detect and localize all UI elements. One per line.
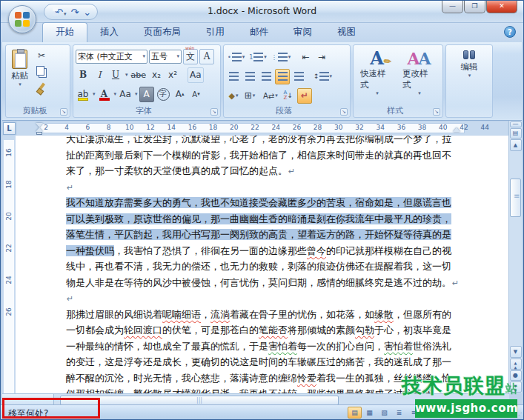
text-line[interactable]: 线中，再也看不清，我无力的偿还，也无力的救赎，剥落的痕迹仿佛还在提醒着我，这一切 (66, 259, 471, 275)
font-size-combo[interactable]: 五号▾ (149, 50, 182, 64)
body-text[interactable]: 呢喃细语 (162, 309, 201, 320)
text-line[interactable]: 来了，那一寸柔软的天堂便也真的成了回忆的起点。↵ (66, 163, 471, 179)
body-text[interactable]: 醉不醒的沉沦，时光无情，我心慈悲，落满诗意的缠绵 (66, 373, 297, 384)
body-text[interactable]: 害怕着 (268, 341, 297, 352)
selected-text[interactable]: 我不知道放弃需要多大的勇气，我也不知道接受会藏匿多少的苦衷，宿命如是，但愿谎言也 (66, 197, 451, 208)
body-text[interactable]: 害怕着 (384, 341, 413, 352)
character-shading-button[interactable]: A (139, 87, 154, 102)
redo-button[interactable]: ↷ (70, 7, 79, 17)
body-text[interactable]: 大让凄凉滋生，让发尘封，沉默凝望，心老了，老的没有余力再去把你编制成一个梦了，拉 (66, 136, 451, 144)
tab-r2[interactable]: 页面布局 (131, 23, 193, 42)
distribute-button[interactable] (291, 69, 306, 84)
minimize-button[interactable]: — (442, 1, 463, 13)
shrink-font-button[interactable]: A▾ (189, 87, 204, 102)
paragraph-dialog-launcher[interactable]: ↘ (340, 108, 348, 116)
selected-text[interactable]: 一种蛰伏吗 (66, 245, 114, 256)
superscript-button[interactable]: x² (165, 67, 180, 83)
body-text[interactable]: 似那相扣痴缠，繁华散尽才懂韶华易逝，我再也不计较，那些如果最终都成了过往云烟 (66, 388, 432, 393)
body-text[interactable]: 一种最纯的情怀，却也成全了最真的慌乱，于是 (66, 341, 268, 352)
justify-button[interactable] (275, 69, 290, 84)
align-center-button[interactable] (242, 69, 257, 84)
ruler-toggle-button[interactable]: ▤ (510, 128, 522, 139)
cut-button[interactable]: ✂ (34, 47, 49, 63)
office-button[interactable] (8, 5, 36, 33)
help-button[interactable]: ? (504, 26, 516, 38)
tab-home[interactable]: 开始 (42, 22, 87, 42)
text-line[interactable]: 一切都会成为轮回渡口的伏笔，可是那苍白的笔能否将那倾城的素颜勾勒于心，初衷毕竟是 (66, 322, 471, 339)
vertical-ruler[interactable]: 161820222426 (2, 136, 16, 393)
styles-dialog-launcher[interactable]: ↘ (433, 108, 440, 116)
body-text[interactable]: 轮回渡口 (124, 324, 162, 336)
body-text[interactable]: 笔能否 (259, 324, 288, 336)
change-styles-button[interactable]: AA 更改样式 ▾ (398, 47, 440, 98)
body-text[interactable]: 一切都会成为 (66, 324, 124, 336)
body-text[interactable]: 将那倾城的素颜 (288, 324, 355, 336)
vertical-scrollbar[interactable]: — ▤ ▲ ▼ ▲▲ ● ▼▼ (508, 121, 522, 393)
text-line[interactable]: 大让凄凉滋生，让发尘封，沉默凝望，心老了，老的没有余力再去把你编制成一个梦了，拉 (66, 136, 471, 147)
phonetic-guide-button[interactable]: wén文 (183, 49, 198, 64)
clipboard-dialog-launcher[interactable]: ↘ (60, 108, 67, 116)
qat-customize-button[interactable]: ⌄ (83, 7, 91, 17)
underline-button[interactable]: U (108, 67, 123, 83)
asian-layout-button[interactable]: A⇄▾ (262, 88, 279, 104)
body-text[interactable]: 的印记就那样模糊在自己的视 (326, 245, 451, 256)
text-line[interactable]: 一种最纯的情怀，却也成全了最真的慌乱，于是害怕着每一次的扪心自问，害怕着世俗洗礼 (66, 339, 471, 355)
body-text[interactable]: 来了，那一寸柔软的天堂便也真的成了回忆的起点。 (66, 165, 288, 176)
editing-button[interactable]: 编辑 ▾ (448, 47, 490, 80)
character-border-button[interactable]: A (199, 49, 214, 64)
document-page[interactable]: 161820222426 大让凄凉滋生，让发尘封，沉默凝望，心老了，老的没有余力… (2, 136, 509, 393)
line-spacing-button[interactable]: ↕▾ (312, 69, 334, 84)
enclose-characters-button[interactable]: 字 (156, 87, 171, 102)
text-line[interactable]: 我不知道放弃需要多大的勇气，我也不知道接受会藏匿多少的苦衷，宿命如是，但愿谎言也 (66, 195, 471, 211)
body-text[interactable]: 的伏笔，可是那苍白的 (162, 324, 259, 336)
text-line[interactable]: 扯的距离到最后剩下一个模糊的背影，我开始相信了，相信原来时间带走的就真的再也回不 (66, 147, 471, 164)
paste-dropdown[interactable]: ▾ (19, 81, 21, 87)
text-line[interactable]: 一种蛰伏吗，我害怕了恐惧了，徘徊在另一面的边缘那些曾今的印记就那样模糊在自己的视 (66, 243, 471, 259)
font-color-button[interactable]: A (97, 87, 112, 102)
body-text[interactable]: 怜爱 (297, 373, 316, 384)
selected-text[interactable]: 落笔生情，平仄韵起，我用心书写那一阕别致的高贵，望着远方的路，开始怀疑等待真的是 (66, 229, 451, 240)
tab-r1[interactable]: 插入 (87, 23, 131, 42)
text-line[interactable]: 那拂过眉眼的风细说着呢喃细语，流淌着藏在骨子里的忧伤，如花落，如缘散，但愿所有的 (66, 307, 471, 323)
scroll-up-button[interactable]: ▲ (510, 139, 522, 151)
body-text[interactable]: 流淌 (210, 309, 230, 320)
body-text[interactable]: 物是人非是在等待的风沙中被侵蚀，何言忧伤，莫问归期，感情的细腻终究是逃不过的劫。 (66, 277, 451, 288)
font-name-combo[interactable]: 宋体 (中文正文▾ (76, 50, 147, 64)
body-text[interactable]: 缘散 (374, 309, 394, 320)
print-layout-view-button[interactable]: ▤ (348, 407, 362, 419)
text-line[interactable]: 的变迁，这是浮夸还是成长，更确切的说这是时间的车辙碾压过的痛苦，我的迷乱成了那一 (66, 354, 471, 370)
selected-text[interactable]: 可以美到极致，原谅世俗的偏见，那一曲幽幽生香的暗涌是刻在你我流年中最平凡的珍贵， (66, 213, 451, 224)
tab-r4[interactable]: 邮件 (237, 23, 281, 42)
web-layout-view-button[interactable]: ▧ (377, 407, 391, 419)
bullets-button[interactable]: •▾ (226, 50, 246, 65)
decrease-indent-button[interactable]: ⇤ (298, 50, 313, 65)
body-text[interactable]: 扯的距离到最后剩下一个模糊的背影，我开始相信了，相信原来时间带走的就真的再也回不 (66, 150, 451, 161)
shading-button[interactable]: ◆▾ (226, 88, 241, 104)
subscript-button[interactable]: x₂ (149, 67, 164, 83)
scroll-down-button[interactable]: ▼ (510, 346, 522, 358)
maximize-button[interactable]: ❐ (464, 1, 485, 13)
italic-button[interactable]: I (92, 67, 107, 83)
numbering-button[interactable]: 1▾ (248, 50, 268, 65)
text-line[interactable]: ↵ (66, 179, 471, 196)
text-highlight-button[interactable]: ab (76, 87, 90, 102)
document-text[interactable]: 大让凄凉滋生，让发尘封，沉默凝望，心老了，老的没有余力再去把你编制成一个梦了，拉… (66, 136, 471, 393)
body-text[interactable]: ， (201, 309, 210, 320)
grow-font-button[interactable]: A▴ (173, 87, 188, 102)
text-line[interactable]: 落笔生情，平仄韵起，我用心书写那一阕别致的高贵，望着远方的路，开始怀疑等待真的是 (66, 227, 471, 243)
horizontal-ruler[interactable]: 2468101214161820222426283032343638404244 (17, 121, 508, 135)
strikethrough-button[interactable]: abe (130, 67, 148, 83)
close-button[interactable]: ✕ (486, 1, 517, 13)
font-dialog-launcher[interactable]: ↘ (210, 108, 218, 116)
increase-indent-button[interactable]: ⇥ (314, 50, 329, 65)
align-left-button[interactable] (226, 69, 241, 84)
tab-r3[interactable]: 引用 (193, 23, 237, 42)
align-right-button[interactable] (259, 69, 273, 84)
format-painter-button[interactable] (34, 80, 49, 96)
body-text[interactable]: ，我害怕了恐惧了，徘徊在另一面的边缘那些 (114, 245, 307, 256)
body-text[interactable]: 着藏在骨子里的忧伤，如花落，如 (230, 309, 374, 320)
body-text[interactable]: 的变迁，这是浮夸还是成长，更确切的说这是时间的车辙碾压过的痛苦，我的迷乱成了那一 (66, 356, 451, 367)
clear-formatting-button[interactable]: Aa (188, 67, 204, 83)
tab-r5[interactable]: 审阅 (281, 23, 325, 42)
text-line[interactable]: 可以美到极致，原谅世俗的偏见，那一曲幽幽生香的暗涌是刻在你我流年中最平凡的珍贵， (66, 211, 471, 227)
